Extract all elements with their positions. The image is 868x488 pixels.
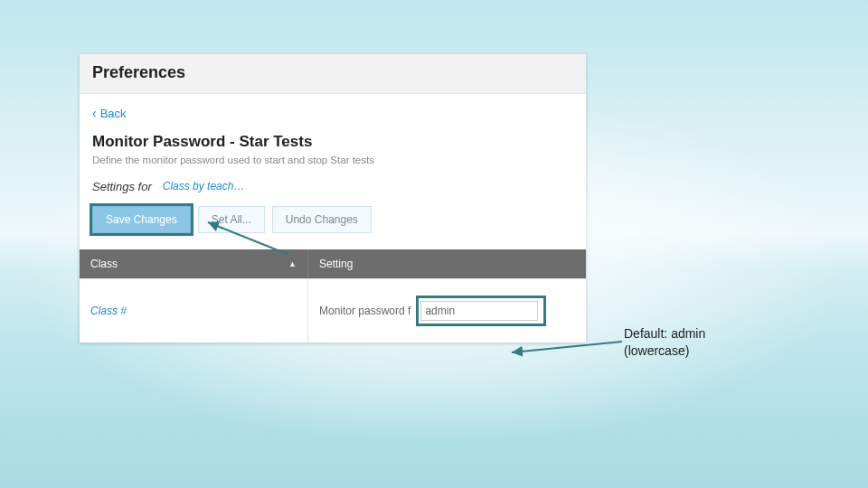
settings-scope-link[interactable]: Class by teach…	[163, 180, 245, 192]
column-header-class[interactable]: Class ▲	[80, 249, 307, 278]
section-description: Define the monitor password used to star…	[92, 155, 573, 165]
setting-label: Monitor password f	[319, 305, 410, 317]
class-link-label: Class #	[90, 305, 127, 317]
undo-button[interactable]: Undo Changes	[272, 206, 372, 233]
column-header-class-label: Class	[90, 258, 118, 270]
set-all-button[interactable]: Set All...	[198, 206, 265, 233]
chevron-left-icon: ‹	[92, 107, 97, 119]
annotation-line-1: Default: admin	[624, 325, 705, 343]
setting-cell: Monitor password f	[307, 279, 586, 343]
save-highlight-box: Save Changes	[92, 206, 191, 233]
page-title: Preferences	[92, 63, 573, 82]
table-row: Class # Monitor password f	[80, 278, 586, 343]
monitor-password-input[interactable]	[420, 301, 538, 321]
annotation-line-2: (lowercase)	[624, 343, 705, 360]
settings-scope-row: Settings for Class by teach…	[92, 180, 573, 193]
back-link[interactable]: ‹ Back	[92, 107, 127, 120]
save-button[interactable]: Save Changes	[92, 206, 191, 233]
password-highlight-box	[416, 296, 546, 326]
settings-for-label: Settings for	[92, 180, 152, 193]
preferences-panel: Preferences ‹ Back Monitor Password - St…	[80, 54, 586, 343]
panel-header: Preferences	[80, 54, 586, 94]
annotation-text: Default: admin (lowercase)	[624, 325, 705, 360]
back-label: Back	[100, 107, 127, 120]
action-button-row: Save Changes Set All... Undo Changes	[92, 206, 573, 237]
column-header-setting-label: Setting	[319, 258, 353, 270]
column-header-setting[interactable]: Setting	[307, 249, 586, 278]
class-cell[interactable]: Class #	[80, 279, 307, 343]
sort-ascending-icon: ▲	[288, 259, 297, 268]
table-header-row: Class ▲ Setting	[80, 249, 586, 278]
section-title: Monitor Password - Star Tests	[92, 133, 573, 151]
